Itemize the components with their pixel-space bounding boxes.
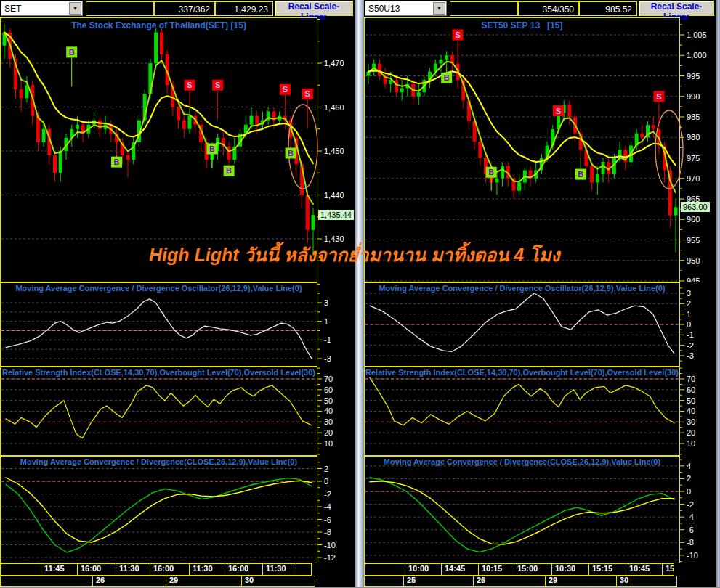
symbol-dropdown-value: SET: [4, 4, 21, 14]
sell-signal-marker: S: [185, 80, 195, 107]
candle: [417, 84, 421, 105]
osc-panel-title: Moving Average Convergence / Divergence …: [364, 284, 680, 293]
candle: [132, 138, 135, 164]
axis-label: 990: [687, 92, 700, 101]
axis-label: 1,470: [324, 59, 344, 68]
axis-label: 60: [687, 385, 695, 394]
rsi-line: [370, 378, 674, 425]
time-axis-label: 15:00: [514, 563, 552, 576]
right-scrollbar[interactable]: [716, 0, 720, 588]
axis-label: 40: [687, 407, 695, 415]
recal-scale-button[interactable]: Recal Scale-Linear: [639, 1, 714, 16]
candle: [267, 107, 270, 125]
time-axis-label: 16:00: [150, 563, 190, 576]
time-axis-label: 11:30: [116, 563, 150, 576]
rsi-panel-title: Relative Strength Index(CLOSE,14,30,70),…: [0, 368, 317, 377]
axis-label: -6: [324, 515, 331, 524]
symbol-dropdown-value: S50U13: [368, 4, 400, 14]
axis-label: 70: [324, 375, 333, 383]
candle: [367, 64, 371, 84]
axis-label: 995: [687, 72, 700, 81]
rsi-chart: 70605040302010: [0, 367, 355, 456]
candle: [511, 174, 515, 199]
time-axis-label: 16:00: [225, 563, 263, 576]
highlight-annotation: High Light วันนี้ หลังจากย่ำมานาน มาทิ้ง…: [149, 240, 559, 269]
date-axis-label: 29: [545, 576, 617, 587]
candle: [602, 158, 605, 183]
axis-label: -8: [324, 528, 331, 536]
chart-title: The Stock Exchange of Thailand(SET) [15]: [0, 20, 317, 30]
time-axis-label: 11:30: [262, 563, 296, 576]
candle: [154, 28, 158, 68]
macd-chart: 420-2-4-6-8-10: [364, 456, 716, 563]
axis-label: 60: [324, 385, 333, 394]
time-axis-label: [364, 563, 405, 576]
time-axis-label: 15:15: [588, 563, 626, 576]
time-axis-label: 11:45: [41, 563, 78, 576]
axis-label: 1,005: [687, 30, 707, 39]
axis-label: -4: [324, 502, 331, 511]
candle: [674, 199, 678, 252]
candle: [182, 112, 186, 138]
axis-label: -1: [324, 335, 331, 344]
symbol-dropdown[interactable]: S50U13 ▼: [365, 1, 447, 16]
macd-panel-title: Moving Average Convergence / Divergence(…: [364, 457, 680, 466]
candle: [126, 151, 130, 177]
signal-line: [6, 478, 312, 542]
candle: [160, 28, 163, 63]
price-axis: 70605040302010: [680, 368, 695, 454]
chevron-down-icon[interactable]: ▼: [69, 2, 81, 15]
candle: [47, 125, 51, 164]
axis-label: 30: [324, 417, 333, 426]
time-axis-label: [296, 563, 312, 576]
candle: [445, 52, 448, 68]
time-axis-label: 11:30: [189, 563, 225, 576]
axis-label: 70: [687, 375, 695, 383]
svg-text:B: B: [69, 48, 75, 57]
sell-signal-marker: S: [453, 30, 464, 60]
candle: [261, 112, 264, 129]
last-price-tag: 1,435.44: [318, 210, 354, 220]
axis-label: -8: [687, 538, 694, 547]
panel-divider-scrollbar[interactable]: [355, 0, 364, 588]
axis-label: 2: [687, 299, 691, 308]
toolbar-empty-box: [450, 1, 518, 16]
date-axis-label: 25: [403, 576, 474, 587]
candle: [53, 151, 57, 181]
buy-signal-marker: B: [111, 155, 122, 168]
price-axis: 70605040302010: [317, 368, 333, 454]
axis-label: 0: [687, 320, 691, 329]
panel-border: [1, 457, 317, 563]
chevron-down-icon[interactable]: ▼: [433, 2, 445, 15]
axis-label: 0: [687, 487, 691, 496]
ma-fast-line: [4, 33, 313, 205]
macd-chart: 20-2-4-6-8-10-12: [0, 456, 355, 563]
price-axis: 31-1-3: [317, 284, 331, 363]
svg-text:B: B: [578, 170, 583, 179]
axis-label: 950: [687, 256, 700, 265]
axis-label: -3: [687, 351, 694, 360]
candle: [517, 174, 521, 195]
macd-line: [370, 478, 674, 552]
axis-label: -3: [324, 354, 331, 363]
candle: [232, 138, 236, 164]
axis-label: -10: [687, 551, 698, 560]
axis-label: 20: [687, 428, 695, 437]
axis-label: 985: [687, 113, 700, 121]
bid-ask-ratio-box: 354/350: [518, 1, 579, 16]
axis-label: 2: [687, 474, 691, 483]
buy-signal-marker: B: [224, 166, 235, 176]
chart-title: SET50 SEP 13 [15]: [364, 20, 680, 30]
recal-scale-button[interactable]: Recal Scale-Linear: [275, 1, 353, 16]
buy-signal-marker: B: [286, 147, 296, 159]
svg-text:B: B: [488, 168, 494, 176]
axis-label: 1,460: [324, 103, 344, 112]
axis-label: -2: [687, 500, 694, 509]
symbol-dropdown[interactable]: SET ▼: [1, 1, 83, 16]
time-axis-label: 16:00: [77, 563, 116, 576]
axis-label: 30: [687, 417, 695, 426]
axis-label: 4: [687, 462, 691, 470]
rsi-line: [6, 385, 312, 438]
axis-label: 10: [687, 439, 695, 448]
time-axis-label: 10:45: [626, 563, 663, 576]
